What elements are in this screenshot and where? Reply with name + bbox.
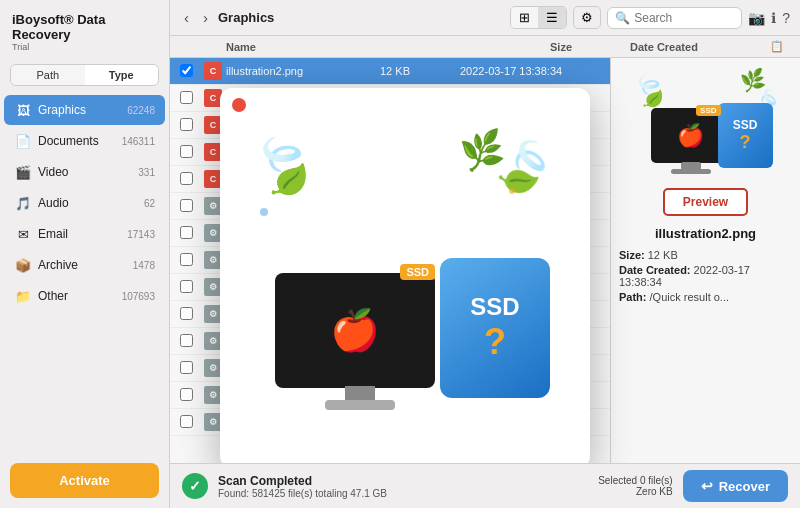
popup-ssd: SSD SSD ? <box>440 258 550 398</box>
table-row[interactable]: C illustration2.png 12 KB 2022-03-17 13:… <box>170 58 610 85</box>
forward-button[interactable]: › <box>199 7 212 28</box>
sidebar-item-count-audio: 62 <box>144 198 155 209</box>
preview-button[interactable]: Preview <box>663 188 748 216</box>
sidebar-item-video[interactable]: 🎬 Video 331 <box>4 157 165 187</box>
search-box: 🔍 <box>607 7 742 29</box>
sidebar-item-graphics[interactable]: 🖼 Graphics 62248 <box>4 95 165 125</box>
row-checkbox-1[interactable] <box>180 91 204 106</box>
checkbox-4[interactable] <box>180 172 193 185</box>
tab-type[interactable]: Type <box>85 65 159 85</box>
checkbox-5[interactable] <box>180 199 193 212</box>
sidebar-item-label-documents: Documents <box>38 134 122 148</box>
sidebar-item-archive[interactable]: 📦 Archive 1478 <box>4 250 165 280</box>
header-name[interactable]: Name <box>226 41 550 53</box>
sidebar-item-label-audio: Audio <box>38 196 144 210</box>
preview-scene: 🍃 🍃 🌿 🍎 SSD SSD ? <box>631 68 781 178</box>
checkbox-6[interactable] <box>180 226 193 239</box>
right-panel: 🍃 🍃 🌿 🍎 SSD SSD ? Preview illustra <box>610 58 800 463</box>
row-checkbox-0[interactable] <box>180 64 204 79</box>
sidebar-item-label-video: Video <box>38 165 138 179</box>
popup-leaf3-icon: 🌿 <box>458 126 508 174</box>
sidebar-item-other[interactable]: 📁 Other 107693 <box>4 281 165 311</box>
popup-monitor: 🍎 <box>275 273 435 388</box>
checkbox-3[interactable] <box>180 145 193 158</box>
sidebar-item-label-archive: Archive <box>38 258 133 272</box>
thumb-icon-0: C <box>210 66 217 76</box>
apple-logo-icon: 🍎 <box>677 123 704 149</box>
checkbox-12[interactable] <box>180 388 193 401</box>
row-checkbox-3[interactable] <box>180 145 204 160</box>
tab-path[interactable]: Path <box>11 65 85 85</box>
recover-label: Recover <box>719 479 770 494</box>
recover-icon: ↩ <box>701 478 713 494</box>
checkbox-2[interactable] <box>180 118 193 131</box>
sidebar-item-label-other: Other <box>38 289 122 303</box>
preview-popup: 🍃 🍃 🌿 🍎 SSD SSD ? <box>220 88 590 463</box>
sidebar-items: 🖼 Graphics 62248 📄 Documents 146311 🎬 Vi… <box>0 94 169 453</box>
leaf1-icon: 🍃 <box>631 68 673 113</box>
view-toggle: ⊞ ☰ <box>510 6 567 29</box>
row-checkbox-5[interactable] <box>180 199 204 214</box>
thumb-icon-6: ⚙ <box>209 228 217 238</box>
popup-close-button[interactable] <box>232 98 246 112</box>
help-icon-button[interactable]: ? <box>782 10 790 26</box>
popup-scene: 🍃 🍃 🌿 🍎 SSD SSD ? <box>245 128 565 428</box>
row-checkbox-4[interactable] <box>180 172 204 187</box>
header-date[interactable]: Date Created <box>630 41 770 53</box>
checkbox-0[interactable] <box>180 64 193 77</box>
checkbox-8[interactable] <box>180 280 193 293</box>
popup-dot1 <box>260 208 268 216</box>
checkbox-10[interactable] <box>180 334 193 347</box>
thumb-icon-4: C <box>210 174 217 184</box>
checkbox-7[interactable] <box>180 253 193 266</box>
sidebar-item-label-graphics: Graphics <box>38 103 127 117</box>
row-checkbox-13[interactable] <box>180 415 204 430</box>
header-size[interactable]: Size <box>550 41 630 53</box>
checkbox-13[interactable] <box>180 415 193 428</box>
info-icon-button[interactable]: ℹ <box>771 10 776 26</box>
sidebar-item-count-email: 17143 <box>127 229 155 240</box>
thumb-icon-7: ⚙ <box>209 255 217 265</box>
file-info-size: Size: 12 KB <box>619 249 792 261</box>
sidebar-item-count-archive: 1478 <box>133 260 155 271</box>
camera-icon-button[interactable]: 📷 <box>748 10 765 26</box>
search-icon: 🔍 <box>615 11 630 25</box>
view-list-button[interactable]: ☰ <box>538 7 566 28</box>
back-button[interactable]: ‹ <box>180 7 193 28</box>
path-label: Path: <box>619 291 647 303</box>
row-checkbox-12[interactable] <box>180 388 204 403</box>
filter-button[interactable]: ⚙ <box>573 6 601 29</box>
activate-button[interactable]: Activate <box>10 463 159 498</box>
scan-detail: Found: 581425 file(s) totaling 47.1 GB <box>218 488 387 499</box>
row-checkbox-8[interactable] <box>180 280 204 295</box>
sidebar-header: iBoysoft® Data Recovery Trial <box>0 0 169 56</box>
ssd-box: SSD SSD ? <box>718 103 773 168</box>
row-checkbox-6[interactable] <box>180 226 204 241</box>
documents-icon: 📄 <box>14 132 32 150</box>
file-date-0: 2022-03-17 13:38:34 <box>460 65 600 77</box>
row-checkbox-7[interactable] <box>180 253 204 268</box>
row-checkbox-9[interactable] <box>180 307 204 322</box>
row-checkbox-10[interactable] <box>180 334 204 349</box>
checkbox-9[interactable] <box>180 307 193 320</box>
size-label: Size: <box>619 249 645 261</box>
sidebar-item-count-graphics: 62248 <box>127 105 155 116</box>
file-info-name: illustration2.png <box>655 226 756 241</box>
view-grid-button[interactable]: ⊞ <box>511 7 538 28</box>
popup-ssd-badge: SSD <box>400 264 435 280</box>
popup-apple-logo-icon: 🍎 <box>330 307 380 354</box>
thumb-icon-9: ⚙ <box>209 309 217 319</box>
row-checkbox-11[interactable] <box>180 361 204 376</box>
sidebar-item-documents[interactable]: 📄 Documents 146311 <box>4 126 165 156</box>
sidebar-item-email[interactable]: ✉ Email 17143 <box>4 219 165 249</box>
sidebar-item-audio[interactable]: 🎵 Audio 62 <box>4 188 165 218</box>
search-input[interactable] <box>634 11 734 25</box>
row-checkbox-2[interactable] <box>180 118 204 133</box>
thumb-icon-11: ⚙ <box>209 363 217 373</box>
recover-button[interactable]: ↩ Recover <box>683 470 788 502</box>
checkbox-11[interactable] <box>180 361 193 374</box>
checkbox-1[interactable] <box>180 91 193 104</box>
date-label: Date Created: <box>619 264 691 276</box>
sidebar-item-label-email: Email <box>38 227 127 241</box>
thumb-icon-3: C <box>210 147 217 157</box>
